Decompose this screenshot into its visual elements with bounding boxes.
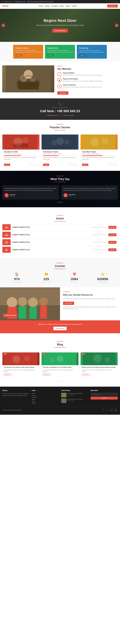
cause-1-donate-button[interactable]: Donate <box>4 164 10 166</box>
cause-3-donate-button[interactable]: Donate <box>82 164 88 166</box>
blog-next-button[interactable]: › <box>60 379 64 383</box>
cause-3-body: Clean Water People GOAL: 40000 $ | RAISE… <box>80 150 118 162</box>
nav-contact[interactable]: Contact <box>72 5 77 7</box>
nav-donations[interactable]: Donations <box>52 5 58 7</box>
cause-3-progress <box>82 156 116 156</box>
call-info: ✉ info@domain.com 📍 Istanbul, Beyoglu <box>2 114 118 116</box>
footer-link-6[interactable]: Contact <box>32 402 59 404</box>
nav-causes[interactable]: Causes <box>45 5 50 7</box>
event-2-join-button[interactable]: Join Now <box>108 233 116 236</box>
newsletter-input[interactable] <box>90 393 118 396</box>
counter-item-4: 🌟 620856 INSPIRE HAND <box>97 272 108 283</box>
blog-2-desc: Lorem ipsum dolor sit amet consectetur a… <box>43 369 78 372</box>
cause-2-share-fb[interactable]: f <box>68 164 71 166</box>
blog-prev-button[interactable]: ‹ <box>56 379 60 383</box>
cause-3-share-tw[interactable]: t <box>111 164 113 166</box>
svg-point-12 <box>51 140 57 146</box>
why-learn-more-button[interactable]: Learn More <box>63 302 74 305</box>
blog-grid: YELL The Results of Our Work in 2015: De… <box>2 352 118 377</box>
blog-1-badge: YELL <box>3 353 7 355</box>
info-card-resource: Resource Center Lorem ipsum dolor sit am… <box>13 45 43 59</box>
blog-3-title: Equity And Care Through Universal Health… <box>82 366 116 368</box>
cause-2-donate-button[interactable]: Donate <box>43 164 49 166</box>
nav-news[interactable]: News <box>60 5 64 7</box>
nav-home[interactable]: Home <box>39 5 43 7</box>
tw-icon[interactable]: t <box>109 0 111 3</box>
cause-3-share-fb[interactable]: f <box>108 164 110 166</box>
svg-point-8 <box>22 138 28 144</box>
hero-prev-button[interactable]: ‹ <box>2 24 5 27</box>
e-divider-dot <box>60 221 60 222</box>
cta-donate-button[interactable]: Donate Now <box>54 327 66 330</box>
footer-post-2-text: Lorem ipsum dolor consectetur 10 SEP 201… <box>67 398 83 402</box>
donate-nav-button[interactable]: Donate Now <box>107 4 118 8</box>
svg-point-35 <box>105 358 110 362</box>
svg-point-29 <box>24 356 30 361</box>
blog-2-read-more-button[interactable]: Read More <box>43 374 51 376</box>
cause-2-share-tw[interactable]: t <box>72 164 74 166</box>
newsletter-subscribe-button[interactable]: Subscribe <box>90 397 118 400</box>
svg-rect-4 <box>18 82 39 90</box>
svg-point-28 <box>12 356 20 363</box>
event-1-meta: 🕐 9:00 am 📍 Istanbul <box>92 226 107 228</box>
footer-link-4[interactable]: News <box>32 399 59 400</box>
footer-tw-icon[interactable]: t <box>106 408 109 412</box>
cause-2-meta: GOAL: 25000 $ | RAISE: 12000 $ <box>43 153 77 155</box>
event-2-meta: 🕐 10:00 am 📍 Ankara <box>92 234 107 236</box>
blog-3-read-more-button[interactable]: Read More <box>82 374 90 376</box>
event-4-location: 📍 Bursa <box>101 249 106 250</box>
event-3-title: CHARITY EVENTS TITLE <box>12 240 92 244</box>
event-2-time: 🕐 10:00 am <box>92 234 99 236</box>
cta-text: Welcome to Charity Theme Please Rise you… <box>2 323 118 325</box>
event-1-join-button[interactable]: Join Now <box>108 226 116 229</box>
cause-2-share-gp[interactable]: g <box>74 164 77 166</box>
svg-rect-27 <box>4 352 37 365</box>
dot-1[interactable] <box>58 202 59 203</box>
info-card-2-desc: Lorem ipsum dolor sit amet consectetur a… <box>47 50 73 53</box>
info-card-3-btn[interactable]: Donate <box>79 54 85 56</box>
cause-1-share-fb[interactable]: f <box>30 164 32 166</box>
gp-icon[interactable]: g <box>116 0 118 3</box>
svg-point-16 <box>102 138 108 144</box>
cause-1-share-tw[interactable]: t <box>32 164 35 166</box>
event-4-join-button[interactable]: Join Now <box>108 248 116 251</box>
divider-line-right <box>61 130 66 130</box>
footer-link-2[interactable]: Causes <box>32 395 59 396</box>
info-card-1-desc: Lorem ipsum dolor sit amet consectetur a… <box>16 50 41 53</box>
svg-rect-9 <box>13 144 28 147</box>
event-3-meta: 🕐 11:00 am 📍 Izmir <box>93 242 107 243</box>
counter-divider <box>2 268 118 269</box>
event-3-join-button[interactable]: Join Now <box>108 241 116 244</box>
info-card-2-btn[interactable]: Donate <box>47 54 54 56</box>
yt-icon[interactable]: y <box>112 0 114 3</box>
dot-3[interactable] <box>61 202 62 203</box>
blog-2-body: The Role of Volunteers in Our Charity's … <box>42 365 78 377</box>
blog-3-body: Equity And Care Through Universal Health… <box>80 365 118 377</box>
dot-2[interactable] <box>60 202 60 203</box>
footer-link-1[interactable]: Home <box>32 393 59 394</box>
footer-yt-icon[interactable]: ▶ <box>114 408 118 412</box>
footer-gp-icon[interactable]: g+ <box>110 408 114 412</box>
mission-learn-more-button[interactable]: Learn More <box>57 91 68 95</box>
info-card-1-btn[interactable]: Donate <box>16 54 22 56</box>
fb-icon[interactable]: f <box>106 0 108 3</box>
cause-3-progress-bar <box>82 156 102 156</box>
cause-1-image <box>2 134 40 150</box>
hero-cta-button[interactable]: View All Causes <box>52 29 68 32</box>
nav-pages[interactable]: Pages <box>66 5 70 7</box>
svg-point-11 <box>56 138 64 145</box>
blog-1-read-more-button[interactable]: Read More <box>4 374 12 376</box>
footer-link-3[interactable]: Donations <box>32 397 59 398</box>
cause-3-share-gp[interactable]: g <box>114 164 116 166</box>
top-bar: 📞 +90 534 158 ✉ info@domain.com 🌐 websit… <box>0 0 120 3</box>
footer-fb-icon[interactable]: f <box>102 408 105 412</box>
blog-header: charity Blog <box>2 337 118 350</box>
svg-point-34 <box>94 354 102 363</box>
mission-item-3-desc: We provide care on a collection of actio… <box>63 86 102 88</box>
event-item-1: 18 JULY CHARITY EVENTS TITLE 🕐 9:00 am 📍… <box>2 224 118 230</box>
blog-1-body: The Results of Our Work in 2015: Deep An… <box>2 365 40 377</box>
svg-point-23 <box>28 298 38 307</box>
footer-link-5[interactable]: Pages <box>32 400 59 402</box>
cause-1-share-gp[interactable]: g <box>36 164 38 166</box>
hero-next-button[interactable]: › <box>115 24 118 27</box>
